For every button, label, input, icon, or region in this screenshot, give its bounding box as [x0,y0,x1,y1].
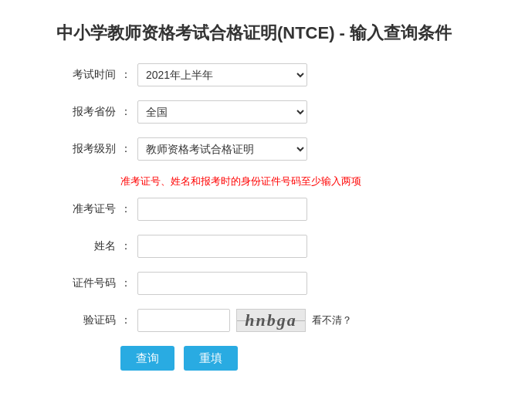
category-select[interactable]: 教师资格考试合格证明 幼儿园 小学 [137,137,307,161]
exam-time-colon: ： [120,68,131,82]
ticket-colon: ： [120,202,131,216]
province-label: 报考省份 [46,105,116,119]
captcha-image[interactable]: hnbga [236,309,306,332]
province-colon: ： [120,105,131,119]
id-colon: ： [120,276,131,290]
province-select[interactable]: 全国 北京 上海 [137,100,307,124]
id-input[interactable] [137,272,307,295]
id-label: 证件号码 [46,276,116,290]
form-container: 考试时间 ： 2021年上半年 2021年下半年 2020年上半年 报考省份 ：… [0,63,508,401]
ticket-label: 准考证号 [46,202,116,216]
exam-time-select[interactable]: 2021年上半年 2021年下半年 2020年上半年 [137,63,307,86]
page-title: 中小学教师资格考试合格证明(NTCE) - 输入查询条件 [0,0,508,63]
captcha-colon: ： [120,313,131,327]
captcha-row: 验证码 ： hnbga 看不清？ [46,309,462,332]
name-input[interactable] [137,235,307,258]
category-row: 报考级别 ： 教师资格考试合格证明 幼儿园 小学 [46,137,462,161]
captcha-label: 验证码 [46,313,116,327]
button-row: 查询 重填 [120,346,462,371]
ticket-input[interactable] [137,198,307,221]
id-row: 证件号码 ： [46,272,462,295]
category-label: 报考级别 [46,142,116,156]
reset-button[interactable]: 重填 [184,346,238,371]
validation-message: 准考证号、姓名和报考时的身份证件号码至少输入两项 [120,174,462,188]
name-label: 姓名 [46,239,116,253]
category-colon: ： [120,142,131,156]
ticket-row: 准考证号 ： [46,198,462,221]
captcha-refresh-link[interactable]: 看不清？ [312,313,352,327]
exam-time-row: 考试时间 ： 2021年上半年 2021年下半年 2020年上半年 [46,63,462,86]
captcha-input[interactable] [137,309,230,332]
name-row: 姓名 ： [46,235,462,258]
exam-time-label: 考试时间 [46,68,116,82]
province-row: 报考省份 ： 全国 北京 上海 [46,100,462,124]
name-colon: ： [120,239,131,253]
query-button[interactable]: 查询 [120,346,174,371]
